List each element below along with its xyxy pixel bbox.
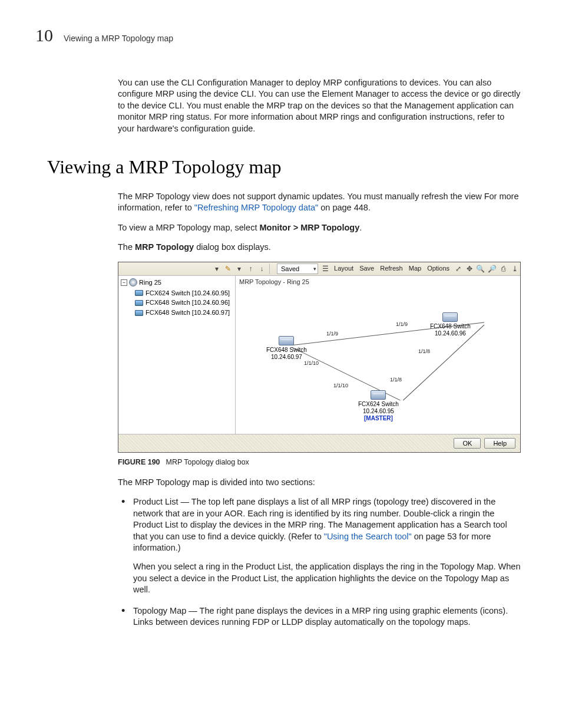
edge-label: 1/1/8: [390, 376, 402, 383]
fit-icon[interactable]: ⤢: [453, 263, 463, 274]
tree-root[interactable]: − Ring 25: [121, 278, 233, 287]
topology-node[interactable]: FCX648 Switch 10.24.60.96: [430, 312, 471, 337]
zoom-in-icon[interactable]: 🔍: [475, 263, 485, 274]
down-arrow-icon[interactable]: ↓: [257, 263, 267, 274]
dialog-footer: OK Help: [118, 434, 520, 452]
help-button[interactable]: Help: [484, 438, 515, 449]
map-title: MRP Topology - Ring 25: [236, 276, 520, 288]
saved-dropdown[interactable]: Saved: [277, 263, 318, 274]
node-ip: 10.24.60.96: [430, 330, 471, 337]
edge-label: 1/1/10: [304, 360, 319, 367]
tool-icon[interactable]: ✎: [223, 263, 233, 274]
refresh-button[interactable]: Refresh: [378, 263, 405, 275]
node-ip: 10.24.60.97: [266, 354, 307, 361]
tree-item-label: FCX648 Switch [10.24.60.96]: [146, 298, 230, 307]
edge-label: 1/1/10: [333, 382, 348, 389]
section-list: Product List — The top left pane display…: [118, 496, 521, 628]
link-refreshing-mrp[interactable]: "Refreshing MRP Topology data": [194, 203, 318, 212]
topology-map-pane: MRP Topology - Ring 25 FCX648 Switch 10.…: [236, 276, 520, 434]
paragraph-dialog-displays: The MRP Topology dialog box displays.: [118, 242, 521, 253]
pan-icon[interactable]: ✥: [464, 263, 474, 274]
device-icon: [135, 310, 143, 316]
options-button[interactable]: Options: [425, 263, 452, 275]
text: Topology Map — The right pane displays t…: [133, 605, 521, 628]
paragraph-select: To view a MRP Topology map, select Monit…: [118, 222, 521, 234]
node-name: FCX624 Switch: [358, 401, 399, 408]
layout-button[interactable]: Layout: [332, 263, 356, 275]
edge-label: 1/1/8: [418, 348, 430, 355]
dialog-body: − Ring 25 FCX624 Switch [10.24.60.95] FC…: [118, 276, 520, 434]
figure-caption: FIGURE 190MRP Topology dialog box: [118, 457, 521, 467]
collapse-icon[interactable]: −: [121, 279, 127, 286]
node-name: FCX648 Switch: [430, 323, 471, 330]
link-search-tool[interactable]: "Using the Search tool": [324, 532, 412, 541]
tree-item-label: FCX624 Switch [10.24.60.95]: [146, 289, 230, 298]
tree-item[interactable]: FCX648 Switch [10.24.60.97]: [135, 308, 233, 318]
text: When you select a ring in the Product Li…: [133, 561, 521, 596]
tree-item[interactable]: FCX648 Switch [10.24.60.96]: [135, 298, 233, 308]
text: .: [359, 223, 362, 232]
paragraph-refresh: The MRP Topology view does not support d…: [118, 191, 521, 214]
section-heading: Viewing a MRP Topology map: [47, 154, 527, 180]
filter-icon[interactable]: ☰: [320, 263, 330, 274]
text: on page 448.: [318, 203, 371, 212]
master-badge: [MASTER]: [358, 415, 399, 422]
page-header: 10 Viewing a MRP Topology map: [35, 24, 527, 48]
switch-icon: [279, 336, 294, 345]
intro-paragraph: You can use the CLI Configuration Manage…: [118, 77, 521, 135]
menu-path: Monitor > MRP Topology: [259, 223, 359, 232]
dropdown-icon[interactable]: ▾: [211, 263, 222, 274]
mrp-topology-dialog: ▾ ✎ ▾ ↑ ↓ Saved ☰ Layout Save Refresh Ma…: [118, 262, 520, 452]
breadcrumb: Viewing a MRP Topology map: [64, 33, 173, 44]
node-name: FCX648 Switch: [266, 347, 307, 354]
after-figure-paragraph: The MRP Topology map is divided into two…: [118, 477, 521, 489]
tree-item[interactable]: FCX624 Switch [10.24.60.95]: [135, 288, 233, 298]
product-list-pane: − Ring 25 FCX624 Switch [10.24.60.95] FC…: [118, 276, 236, 434]
dialog-name: MRP Topology: [135, 242, 194, 252]
list-item: Topology Map — The right pane displays t…: [118, 605, 521, 628]
list-item: Product List — The top left pane display…: [118, 496, 521, 596]
tree-item-label: FCX648 Switch [10.24.60.97]: [146, 308, 230, 317]
ring-icon: [129, 278, 137, 286]
chapter-number: 10: [35, 24, 53, 48]
figure-caption-text: MRP Topology dialog box: [166, 458, 249, 466]
switch-icon: [442, 312, 458, 322]
zoom-out-icon[interactable]: 🔎: [487, 263, 497, 274]
figure-label: FIGURE 190: [118, 458, 160, 466]
edge-label: 1/1/9: [326, 330, 338, 337]
text: The: [118, 242, 135, 252]
dialog-toolbar: ▾ ✎ ▾ ↑ ↓ Saved ☰ Layout Save Refresh Ma…: [118, 262, 520, 276]
export-icon[interactable]: ⤓: [510, 263, 520, 274]
save-button[interactable]: Save: [357, 263, 376, 275]
device-icon: [135, 290, 143, 296]
up-arrow-icon[interactable]: ↑: [246, 263, 256, 274]
dropdown-icon[interactable]: ▾: [234, 263, 244, 274]
ok-button[interactable]: OK: [454, 438, 481, 449]
edge-label: 1/1/9: [396, 321, 408, 328]
switch-icon: [371, 390, 386, 400]
tree-root-label: Ring 25: [139, 278, 161, 287]
topology-node[interactable]: FCX624 Switch 10.24.60.95 [MASTER]: [358, 390, 399, 422]
text: To view a MRP Topology map, select: [118, 223, 259, 232]
device-icon: [135, 300, 143, 306]
print-icon[interactable]: ⎙: [498, 263, 508, 274]
node-ip: 10.24.60.95: [358, 408, 399, 415]
figure-mrp-dialog: ▾ ✎ ▾ ↑ ↓ Saved ☰ Layout Save Refresh Ma…: [118, 262, 521, 453]
topology-node[interactable]: FCX648 Switch 10.24.60.97: [266, 336, 307, 361]
topology-canvas[interactable]: FCX648 Switch 10.24.60.97 FCX648 Switch …: [238, 288, 518, 431]
text: dialog box displays.: [194, 242, 271, 252]
map-button[interactable]: Map: [406, 263, 424, 275]
